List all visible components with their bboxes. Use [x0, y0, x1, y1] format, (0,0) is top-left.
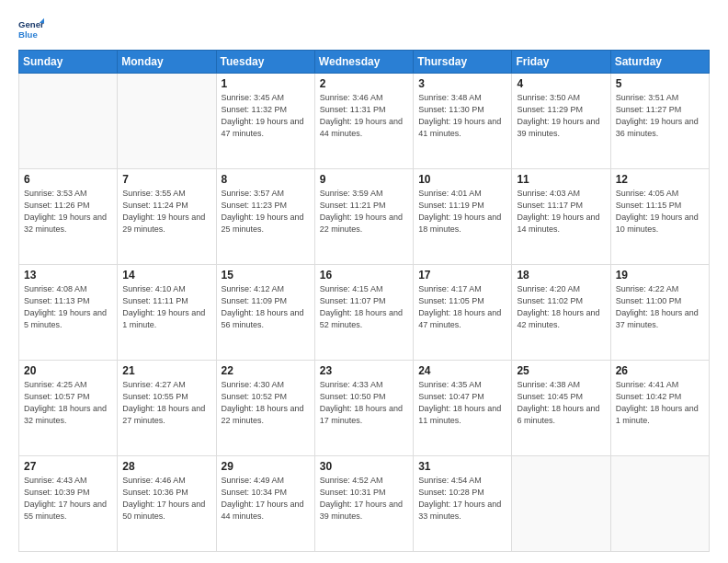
calendar-cell: 8Sunrise: 3:57 AM Sunset: 11:23 PM Dayli…	[216, 169, 314, 265]
day-number: 12	[616, 173, 704, 186]
calendar-cell: 24Sunrise: 4:35 AM Sunset: 10:47 PM Dayl…	[414, 361, 512, 456]
day-info: Sunrise: 4:25 AM Sunset: 10:57 PM Daylig…	[24, 379, 112, 427]
day-number: 21	[122, 364, 210, 377]
calendar-cell: 27Sunrise: 4:43 AM Sunset: 10:39 PM Dayl…	[19, 456, 118, 552]
day-number: 22	[222, 364, 310, 377]
day-info: Sunrise: 4:20 AM Sunset: 11:02 PM Daylig…	[517, 283, 605, 331]
weekday-header-tuesday: Tuesday	[216, 51, 314, 74]
calendar-cell: 7Sunrise: 3:55 AM Sunset: 11:24 PM Dayli…	[118, 169, 216, 265]
day-number: 1	[222, 77, 310, 90]
day-number: 31	[418, 460, 506, 473]
page: General Blue SundayMondayTuesdayWednesda…	[0, 0, 728, 563]
day-number: 23	[320, 364, 408, 377]
weekday-header-saturday: Saturday	[610, 51, 709, 74]
calendar-cell	[512, 456, 610, 552]
day-number: 20	[24, 364, 112, 377]
day-number: 13	[24, 269, 112, 282]
day-number: 3	[418, 77, 506, 90]
day-number: 30	[320, 460, 408, 473]
day-info: Sunrise: 3:53 AM Sunset: 11:26 PM Daylig…	[24, 188, 112, 236]
calendar-cell: 28Sunrise: 4:46 AM Sunset: 10:36 PM Dayl…	[118, 456, 216, 552]
day-number: 6	[24, 173, 112, 186]
day-number: 8	[222, 173, 310, 186]
calendar-cell: 21Sunrise: 4:27 AM Sunset: 10:55 PM Dayl…	[118, 361, 216, 456]
day-number: 25	[517, 364, 605, 377]
day-number: 5	[616, 77, 704, 90]
day-info: Sunrise: 3:51 AM Sunset: 11:27 PM Daylig…	[616, 92, 704, 140]
week-row-4: 20Sunrise: 4:25 AM Sunset: 10:57 PM Dayl…	[19, 361, 710, 456]
calendar-cell: 19Sunrise: 4:22 AM Sunset: 11:00 PM Dayl…	[610, 265, 709, 361]
day-number: 15	[222, 269, 310, 282]
calendar-cell: 2Sunrise: 3:46 AM Sunset: 11:31 PM Dayli…	[314, 74, 413, 169]
week-row-3: 13Sunrise: 4:08 AM Sunset: 11:13 PM Dayl…	[19, 265, 710, 361]
day-info: Sunrise: 4:12 AM Sunset: 11:09 PM Daylig…	[222, 283, 310, 331]
calendar-cell: 18Sunrise: 4:20 AM Sunset: 11:02 PM Dayl…	[512, 265, 610, 361]
day-info: Sunrise: 4:10 AM Sunset: 11:11 PM Daylig…	[122, 283, 210, 331]
calendar-cell	[19, 74, 118, 169]
day-info: Sunrise: 4:43 AM Sunset: 10:39 PM Daylig…	[24, 475, 112, 523]
day-info: Sunrise: 4:01 AM Sunset: 11:19 PM Daylig…	[418, 188, 506, 236]
weekday-header-monday: Monday	[118, 51, 216, 74]
week-row-5: 27Sunrise: 4:43 AM Sunset: 10:39 PM Dayl…	[19, 456, 710, 552]
day-number: 24	[418, 364, 506, 377]
calendar-cell: 11Sunrise: 4:03 AM Sunset: 11:17 PM Dayl…	[512, 169, 610, 265]
calendar-cell: 29Sunrise: 4:49 AM Sunset: 10:34 PM Dayl…	[216, 456, 314, 552]
day-info: Sunrise: 4:35 AM Sunset: 10:47 PM Daylig…	[418, 379, 506, 427]
day-info: Sunrise: 3:55 AM Sunset: 11:24 PM Daylig…	[122, 188, 210, 236]
day-info: Sunrise: 3:50 AM Sunset: 11:29 PM Daylig…	[517, 92, 605, 140]
calendar-cell: 3Sunrise: 3:48 AM Sunset: 11:30 PM Dayli…	[414, 74, 512, 169]
calendar-cell: 22Sunrise: 4:30 AM Sunset: 10:52 PM Dayl…	[216, 361, 314, 456]
day-number: 2	[320, 77, 408, 90]
calendar-cell: 5Sunrise: 3:51 AM Sunset: 11:27 PM Dayli…	[610, 74, 709, 169]
calendar-cell: 23Sunrise: 4:33 AM Sunset: 10:50 PM Dayl…	[314, 361, 413, 456]
calendar-cell: 20Sunrise: 4:25 AM Sunset: 10:57 PM Dayl…	[19, 361, 118, 456]
header: General Blue	[18, 17, 710, 42]
svg-text:General: General	[18, 19, 44, 29]
day-number: 16	[320, 269, 408, 282]
calendar-cell: 16Sunrise: 4:15 AM Sunset: 11:07 PM Dayl…	[314, 265, 413, 361]
day-number: 26	[616, 364, 704, 377]
day-info: Sunrise: 4:22 AM Sunset: 11:00 PM Daylig…	[616, 283, 704, 331]
day-number: 19	[616, 269, 704, 282]
logo: General Blue	[18, 17, 44, 42]
day-number: 27	[24, 460, 112, 473]
day-info: Sunrise: 3:48 AM Sunset: 11:30 PM Daylig…	[418, 92, 506, 140]
day-info: Sunrise: 3:59 AM Sunset: 11:21 PM Daylig…	[320, 188, 408, 236]
day-info: Sunrise: 4:41 AM Sunset: 10:42 PM Daylig…	[616, 379, 704, 427]
calendar-cell: 4Sunrise: 3:50 AM Sunset: 11:29 PM Dayli…	[512, 74, 610, 169]
day-number: 18	[517, 269, 605, 282]
day-number: 11	[517, 173, 605, 186]
calendar-cell: 15Sunrise: 4:12 AM Sunset: 11:09 PM Dayl…	[216, 265, 314, 361]
day-info: Sunrise: 4:54 AM Sunset: 10:28 PM Daylig…	[418, 475, 506, 523]
week-row-2: 6Sunrise: 3:53 AM Sunset: 11:26 PM Dayli…	[19, 169, 710, 265]
calendar-table: SundayMondayTuesdayWednesdayThursdayFrid…	[18, 50, 710, 552]
day-info: Sunrise: 4:30 AM Sunset: 10:52 PM Daylig…	[222, 379, 310, 427]
calendar-cell: 9Sunrise: 3:59 AM Sunset: 11:21 PM Dayli…	[314, 169, 413, 265]
day-info: Sunrise: 4:33 AM Sunset: 10:50 PM Daylig…	[320, 379, 408, 427]
calendar-cell: 14Sunrise: 4:10 AM Sunset: 11:11 PM Dayl…	[118, 265, 216, 361]
day-info: Sunrise: 4:49 AM Sunset: 10:34 PM Daylig…	[222, 475, 310, 523]
calendar-cell: 6Sunrise: 3:53 AM Sunset: 11:26 PM Dayli…	[19, 169, 118, 265]
weekday-header-thursday: Thursday	[414, 51, 512, 74]
day-info: Sunrise: 4:08 AM Sunset: 11:13 PM Daylig…	[24, 283, 112, 331]
day-info: Sunrise: 4:46 AM Sunset: 10:36 PM Daylig…	[122, 475, 210, 523]
day-info: Sunrise: 3:45 AM Sunset: 11:32 PM Daylig…	[222, 92, 310, 140]
calendar-cell: 17Sunrise: 4:17 AM Sunset: 11:05 PM Dayl…	[414, 265, 512, 361]
day-info: Sunrise: 4:15 AM Sunset: 11:07 PM Daylig…	[320, 283, 408, 331]
day-number: 17	[418, 269, 506, 282]
svg-text:Blue: Blue	[18, 29, 38, 40]
weekday-header-friday: Friday	[512, 51, 610, 74]
calendar-cell: 31Sunrise: 4:54 AM Sunset: 10:28 PM Dayl…	[414, 456, 512, 552]
calendar-cell	[118, 74, 216, 169]
day-info: Sunrise: 4:17 AM Sunset: 11:05 PM Daylig…	[418, 283, 506, 331]
calendar-cell	[610, 456, 709, 552]
day-info: Sunrise: 3:46 AM Sunset: 11:31 PM Daylig…	[320, 92, 408, 140]
day-number: 7	[122, 173, 210, 186]
weekday-header-wednesday: Wednesday	[314, 51, 413, 74]
day-info: Sunrise: 4:05 AM Sunset: 11:15 PM Daylig…	[616, 188, 704, 236]
calendar-cell: 10Sunrise: 4:01 AM Sunset: 11:19 PM Dayl…	[414, 169, 512, 265]
day-number: 10	[418, 173, 506, 186]
day-info: Sunrise: 4:52 AM Sunset: 10:31 PM Daylig…	[320, 475, 408, 523]
logo-icon: General Blue	[18, 17, 44, 42]
week-row-1: 1Sunrise: 3:45 AM Sunset: 11:32 PM Dayli…	[19, 74, 710, 169]
